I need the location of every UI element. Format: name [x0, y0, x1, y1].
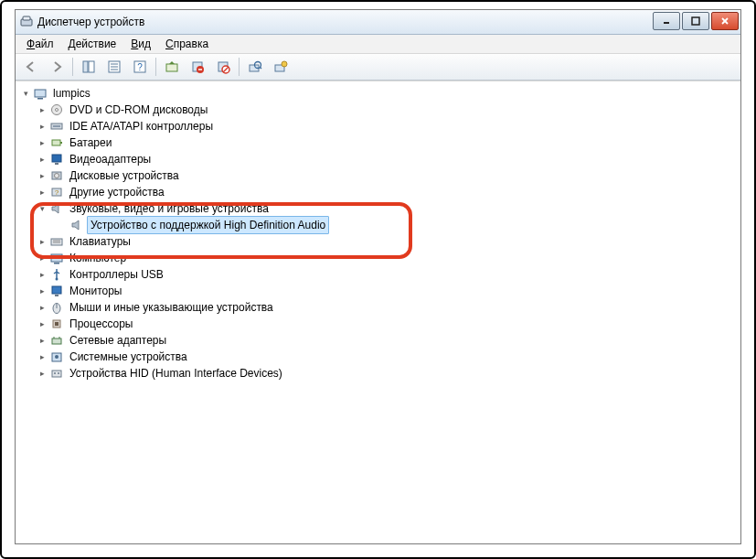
- minimize-button[interactable]: [653, 12, 680, 30]
- tree-item-label: Мыши и иные указывающие устройства: [68, 299, 275, 316]
- svg-point-25: [282, 61, 287, 67]
- svg-rect-52: [52, 339, 61, 344]
- expander-icon[interactable]: ▸: [37, 138, 48, 148]
- tree-item-label: Звуковые, видео и игровые устройства: [68, 200, 271, 217]
- menu-view[interactable]: Вид: [125, 36, 156, 52]
- svg-rect-6: [83, 61, 88, 72]
- menu-file[interactable]: Файл: [21, 36, 59, 52]
- tree-item-label: Устройство с поддержкой High Definition …: [87, 216, 329, 234]
- menu-help[interactable]: Справка: [160, 36, 214, 52]
- expander-icon[interactable]: ▸: [37, 352, 48, 362]
- tree-item[interactable]: ▸?Другие устройства: [16, 184, 740, 200]
- svg-rect-14: [166, 64, 177, 71]
- svg-rect-46: [52, 286, 61, 294]
- uninstall-button[interactable]: [186, 55, 209, 79]
- expander-icon[interactable]: ▸: [37, 303, 48, 313]
- hid-icon: [49, 366, 64, 381]
- svg-text:?: ?: [137, 62, 143, 72]
- tree-item[interactable]: ▸Мониторы: [16, 283, 740, 299]
- svg-rect-51: [55, 322, 59, 326]
- display-icon: [49, 152, 64, 167]
- tree-item[interactable]: ▸Процессоры: [16, 316, 740, 332]
- tree-item-label: Другие устройства: [68, 184, 166, 200]
- show-hide-tree-button[interactable]: [77, 55, 101, 79]
- expander-icon[interactable]: ▸: [37, 253, 48, 263]
- expander-icon[interactable]: ▸: [37, 319, 48, 329]
- computer-icon: [33, 86, 48, 101]
- help-button[interactable]: ?: [128, 55, 152, 79]
- tree-device-hd-audio[interactable]: ▸ Устройство с поддержкой High Definitio…: [16, 217, 740, 233]
- svg-point-58: [54, 372, 56, 374]
- tree-root[interactable]: ▾ lumpics: [16, 85, 740, 102]
- tree-item[interactable]: ▸Клавиатуры: [16, 233, 740, 250]
- svg-point-29: [56, 109, 59, 112]
- disc-icon: [49, 102, 64, 117]
- unknown-icon: ?: [49, 185, 64, 199]
- tree-item[interactable]: ▸Устройства HID (Human Interface Devices…: [16, 365, 740, 382]
- tree-root-label: lumpics: [51, 85, 92, 102]
- keyboard-icon: [49, 234, 64, 249]
- expander-icon[interactable]: ▸: [37, 155, 48, 165]
- tree-item-label: Устройства HID (Human Interface Devices): [68, 365, 284, 382]
- mouse-icon: [49, 300, 64, 315]
- menu-action[interactable]: Действие: [63, 36, 122, 52]
- disk-icon: [49, 168, 64, 183]
- network-icon: [49, 333, 64, 348]
- maximize-button[interactable]: [682, 12, 709, 30]
- svg-rect-31: [53, 125, 60, 127]
- tree-item[interactable]: ▸DVD и CD-ROM дисководы: [16, 102, 740, 118]
- svg-rect-57: [52, 371, 61, 377]
- speaker-icon: [69, 218, 84, 232]
- svg-rect-33: [60, 142, 62, 144]
- tree-item-label: Клавиатуры: [68, 233, 133, 250]
- svg-rect-1: [23, 16, 30, 20]
- tree-item-label: Сетевые адаптеры: [68, 332, 168, 349]
- tree-item[interactable]: ▸IDE ATA/ATAPI контроллеры: [16, 118, 740, 134]
- forward-button[interactable]: [45, 55, 69, 79]
- svg-rect-43: [51, 254, 62, 262]
- expander-icon[interactable]: ▾: [37, 204, 48, 214]
- tree-item[interactable]: ▸Контроллеры USB: [16, 266, 740, 283]
- tree-item[interactable]: ▸Сетевые адаптеры: [16, 332, 740, 349]
- tree-item-label: Видеоадаптеры: [68, 151, 153, 167]
- tree-item-label: Батареи: [68, 134, 113, 151]
- window-title: Диспетчер устройств: [37, 16, 144, 28]
- properties-button[interactable]: [102, 55, 126, 79]
- expander-icon[interactable]: ▸: [37, 336, 48, 346]
- svg-rect-44: [54, 263, 59, 264]
- tree-item[interactable]: ▸Системные устройства: [16, 349, 740, 365]
- device-tree[interactable]: ▾ lumpics ▸DVD и CD-ROM дисководы▸IDE AT…: [16, 81, 740, 543]
- expander-icon[interactable]: ▸: [37, 237, 48, 247]
- tree-item-label: Системные устройства: [68, 349, 189, 365]
- svg-point-59: [58, 372, 59, 374]
- tree-item-label: Дисковые устройства: [68, 167, 181, 184]
- expander-icon[interactable]: ▸: [37, 171, 48, 181]
- tree-item[interactable]: ▸Мыши и иные указывающие устройства: [16, 299, 740, 316]
- monitor-icon: [49, 284, 64, 298]
- tree-item[interactable]: ▸Дисковые устройства: [16, 167, 740, 184]
- add-legacy-button[interactable]: [269, 55, 293, 79]
- expander-icon[interactable]: ▸: [37, 270, 48, 280]
- expander-icon[interactable]: ▸: [37, 369, 48, 379]
- svg-rect-7: [89, 61, 94, 72]
- expander-icon[interactable]: ▸: [37, 105, 48, 115]
- scan-hardware-button[interactable]: [243, 55, 267, 79]
- tree-item[interactable]: ▸Компьютер: [16, 250, 740, 266]
- expander-icon[interactable]: ▾: [21, 89, 31, 99]
- tree-item[interactable]: ▸Видеоадаптеры: [16, 151, 740, 167]
- svg-rect-32: [52, 140, 60, 145]
- disable-button[interactable]: [211, 55, 235, 79]
- tree-item[interactable]: ▸Батареи: [16, 134, 740, 151]
- back-button[interactable]: [19, 55, 43, 79]
- svg-rect-3: [692, 17, 699, 25]
- svg-point-45: [56, 278, 59, 281]
- expander-icon[interactable]: ▸: [37, 188, 48, 198]
- usb-icon: [49, 267, 64, 282]
- expander-icon[interactable]: ▸: [37, 122, 48, 132]
- tree-category-audio[interactable]: ▾ Звуковые, видео и игровые устройства: [16, 200, 740, 217]
- tree-item-label: Контроллеры USB: [68, 266, 165, 283]
- close-button[interactable]: [711, 12, 739, 30]
- update-driver-button[interactable]: [160, 55, 184, 79]
- expander-icon[interactable]: ▸: [37, 286, 48, 296]
- svg-point-37: [55, 174, 59, 178]
